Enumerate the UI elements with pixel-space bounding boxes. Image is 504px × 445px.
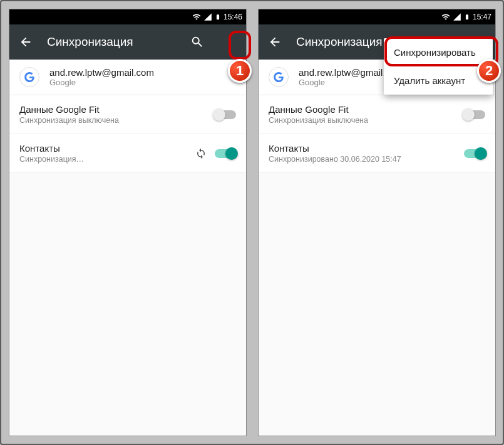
signal-icon — [453, 13, 461, 21]
search-button[interactable] — [186, 31, 208, 53]
wifi-icon — [192, 13, 201, 21]
tutorial-frame: 15:46 Синхронизация and.rew.lptw@gmail.c… — [0, 0, 504, 445]
toggle-switch[interactable] — [215, 110, 236, 119]
google-logo-icon — [269, 67, 289, 87]
sync-item-contacts[interactable]: Контакты Синхронизация… — [9, 134, 246, 173]
wifi-icon — [441, 13, 450, 21]
page-title: Синхронизация — [47, 35, 176, 49]
signal-icon — [203, 13, 212, 21]
sync-item-title: Данные Google Fit — [269, 104, 456, 115]
account-provider: Google — [49, 78, 154, 87]
arrow-back-icon — [268, 35, 282, 49]
toggle-switch[interactable] — [464, 110, 485, 119]
account-row[interactable]: and.rew.lptw@gmail.com Google — [9, 60, 246, 95]
status-time: 15:47 — [473, 13, 491, 21]
toggle-switch[interactable] — [464, 149, 485, 158]
sync-progress-icon — [195, 147, 207, 160]
google-logo-icon — [19, 67, 39, 87]
search-icon — [190, 35, 204, 49]
sync-item-google-fit[interactable]: Данные Google Fit Синхронизация выключен… — [9, 95, 246, 134]
arrow-back-icon — [19, 35, 33, 49]
sync-item-title: Контакты — [269, 143, 456, 154]
toggle-switch[interactable] — [215, 149, 236, 158]
sync-item-contacts[interactable]: Контакты Синхронизировано 30.06.2020 15:… — [259, 134, 495, 173]
sync-item-subtitle: Синхронизировано 30.06.2020 15:47 — [269, 155, 456, 164]
account-texts: and.rew.lptw@gmail.com Google — [49, 67, 154, 87]
overflow-menu-button[interactable] — [219, 31, 241, 53]
status-time: 15:46 — [224, 13, 242, 21]
battery-icon — [464, 13, 470, 21]
status-bar: 15:46 — [9, 9, 246, 24]
more-vert-icon — [223, 35, 237, 49]
sync-item-subtitle: Синхронизация выключена — [19, 116, 207, 125]
menu-delete-account[interactable]: Удалить аккаунт — [384, 66, 493, 95]
sync-item-title: Данные Google Fit — [19, 104, 207, 115]
app-bar: Синхронизация — [9, 24, 246, 60]
phone-right: 15:47 Синхронизация and.rew.lptw@gmail.c… — [258, 9, 496, 436]
back-button[interactable] — [14, 31, 37, 53]
back-button[interactable] — [264, 31, 286, 53]
sync-item-title: Контакты — [19, 143, 187, 154]
sync-item-subtitle: Синхронизация… — [19, 155, 187, 164]
sync-item-google-fit[interactable]: Данные Google Fit Синхронизация выключен… — [259, 95, 495, 134]
status-bar: 15:47 — [259, 9, 495, 24]
sync-item-subtitle: Синхронизация выключена — [269, 116, 456, 125]
phone-left: 15:46 Синхронизация and.rew.lptw@gmail.c… — [9, 9, 247, 436]
menu-sync-now[interactable]: Синхронизировать — [384, 38, 493, 66]
account-email: and.rew.lptw@gmail.com — [49, 67, 154, 78]
battery-icon — [215, 13, 221, 21]
overflow-popup-menu: Синхронизировать Удалить аккаунт — [384, 38, 493, 95]
